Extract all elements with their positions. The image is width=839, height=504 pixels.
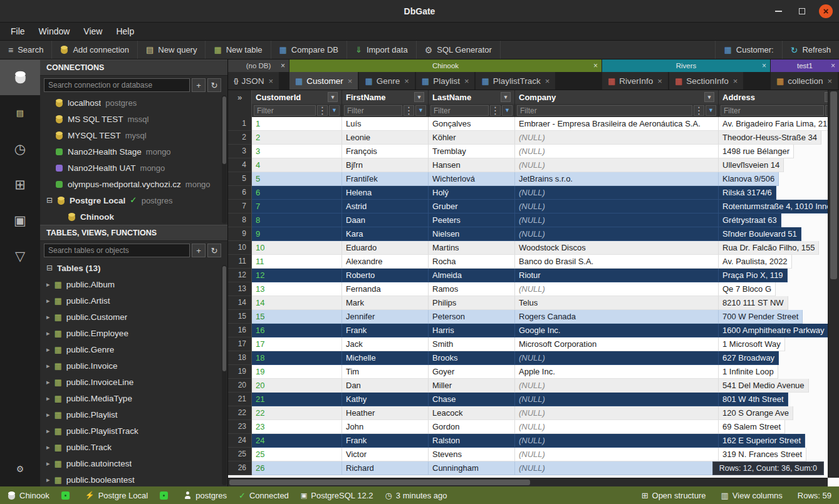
cell-customerid[interactable]: 26	[252, 461, 342, 475]
status-item[interactable]: ⚡ Postgre Local	[85, 491, 148, 500]
connection-item[interactable]: Nano2Health UAT mongo	[40, 160, 227, 176]
table-row[interactable]: 17 17 Jack Smith Microsoft Corporation 1…	[228, 337, 839, 351]
cell-company[interactable]: (NULL)	[515, 282, 719, 296]
status-item[interactable]: Chinook	[8, 491, 50, 500]
tab-close-icon[interactable]: ×	[269, 76, 274, 86]
cell-customerid[interactable]: 16	[252, 324, 342, 337]
chevron-right-icon[interactable]: ▸	[46, 476, 50, 483]
toolbar-button[interactable]: ▦ New table	[206, 41, 271, 59]
cell-firstname[interactable]: Mark	[342, 296, 429, 310]
row-number[interactable]: 1	[228, 117, 252, 131]
cell-company[interactable]: (NULL)	[515, 158, 719, 172]
tab[interactable]: ▦ Genre ×	[359, 72, 414, 90]
cell-customerid[interactable]: 14	[252, 296, 342, 310]
cell-lastname[interactable]: Cunningham	[429, 461, 515, 475]
table-row[interactable]: 14 14 Mark Philips Telus 8210 111 ST NW	[228, 296, 839, 310]
tables-search-input[interactable]	[44, 244, 190, 257]
rail-button[interactable]: ▽	[0, 238, 40, 274]
table-row[interactable]: 25 25 Victor Stevens (NULL) 319 N. Franc…	[228, 448, 839, 461]
cell-firstname[interactable]: Jennifer	[342, 310, 429, 324]
cell-firstname[interactable]: Heather	[342, 406, 429, 420]
cell-customerid[interactable]: 11	[252, 255, 342, 269]
filter-funnel-button[interactable]: ▼	[706, 105, 716, 116]
status-item[interactable]	[61, 491, 73, 500]
table-row[interactable]: 18 18 Michelle Brooks (NULL) 627 Broadwa…	[228, 351, 839, 365]
status-item[interactable]	[160, 491, 172, 500]
table-row[interactable]: 11 11 Alexandre Rocha Banco do Brasil S.…	[228, 255, 839, 269]
cell-address[interactable]: 541 Del Medio Avenue	[719, 379, 809, 393]
cell-firstname[interactable]: Frank	[342, 324, 429, 337]
cell-lastname[interactable]: Peeters	[429, 213, 515, 227]
table-row[interactable]: 13 13 Fernanda Ramos (NULL) Qe 7 Bloco G	[228, 282, 839, 296]
cell-firstname[interactable]: Bjľrn	[342, 158, 429, 172]
tab[interactable]: ▦ Playlist ×	[416, 72, 475, 90]
row-number[interactable]: 16	[228, 324, 252, 337]
row-number[interactable]: 10	[228, 241, 252, 255]
cell-address[interactable]: Rilská 3174/6	[719, 186, 776, 200]
cell-customerid[interactable]: 7	[252, 200, 342, 213]
column-dropdown-button[interactable]: ▾	[414, 92, 424, 102]
cell-firstname[interactable]: Michelle	[342, 351, 429, 365]
status-item[interactable]: ▥ View columns	[721, 491, 783, 500]
cell-firstname[interactable]: Luís	[342, 117, 429, 131]
tab[interactable]: ▦ RiverInfo ×	[602, 72, 668, 90]
cell-company[interactable]: Embraer - Empresa Brasileira de Aeronáut…	[515, 117, 719, 131]
connection-item[interactable]: MS SQL TEST mssql	[40, 111, 227, 127]
cell-firstname[interactable]: Frantiľek	[342, 172, 429, 186]
maximize-button[interactable]	[795, 4, 809, 18]
row-number[interactable]: 9	[228, 227, 252, 241]
table-row[interactable]: 6 6 Helena Holý (NULL) Rilská 3174/6	[228, 186, 839, 200]
cell-address[interactable]: 1498 rue Bélanger	[719, 145, 794, 158]
cell-company[interactable]: (NULL)	[515, 200, 719, 213]
column-header[interactable]: Address ▾	[719, 90, 839, 104]
cell-address[interactable]: 319 N. Frances Street	[719, 448, 806, 461]
cell-lastname[interactable]: Holý	[429, 186, 515, 200]
tab-group-close-icon[interactable]: ×	[831, 61, 835, 70]
chevron-right-icon[interactable]: ▸	[46, 444, 50, 451]
tab-group-close-icon[interactable]: ×	[762, 61, 766, 70]
cell-customerid[interactable]: 4	[252, 158, 342, 172]
toolbar-button[interactable]: ▤ New query	[138, 41, 206, 59]
row-number[interactable]: 4	[228, 158, 252, 172]
status-item[interactable]: Rows: 59	[798, 491, 831, 500]
table-row[interactable]: 16 16 Frank Harris Google Inc. 1600 Amph…	[228, 324, 839, 337]
cell-company[interactable]: (NULL)	[515, 420, 719, 434]
cell-customerid[interactable]: 15	[252, 310, 342, 324]
connection-item-active[interactable]: ⊟ Postgre Local ✓ postgres	[40, 192, 227, 208]
row-number[interactable]: 26	[228, 461, 252, 475]
cell-address[interactable]: Sľnder Boulevard 51	[719, 227, 801, 241]
cell-address[interactable]: Grétrystraat 63	[719, 213, 781, 227]
tab[interactable]: ▦ Customer ×	[289, 72, 358, 90]
rail-button[interactable]: ◷	[0, 131, 40, 167]
table-item[interactable]: ▸ ▦ public.InvoiceLine	[40, 374, 227, 390]
database-item[interactable]: Chinook	[40, 208, 227, 225]
cell-address[interactable]: 1 Microsoft Way	[719, 337, 785, 351]
status-item[interactable]: ◷ 3 minutes ago	[385, 491, 447, 500]
cell-customerid[interactable]: 25	[252, 448, 342, 461]
cell-customerid[interactable]: 1	[252, 117, 342, 131]
row-number[interactable]: 23	[228, 420, 252, 434]
filter-menu-button[interactable]: ⋮	[694, 105, 704, 116]
cell-firstname[interactable]: Fernanda	[342, 282, 429, 296]
filter-input[interactable]	[254, 105, 316, 116]
table-item[interactable]: ▸ ▦ public.Artist	[40, 292, 227, 309]
connection-item[interactable]: olympus-medportal.vychozi.cz mongo	[40, 176, 227, 192]
cell-lastname[interactable]: Chase	[429, 393, 515, 406]
rail-button[interactable]: ▤	[0, 95, 40, 131]
cell-lastname[interactable]: Brooks	[429, 351, 515, 365]
refresh-connections-button[interactable]: ↻	[207, 78, 221, 92]
column-dropdown-button[interactable]: ▾	[704, 92, 714, 102]
cell-firstname[interactable]: Kathy	[342, 393, 429, 406]
filter-menu-button[interactable]: ⋮	[404, 105, 414, 116]
filter-menu-button[interactable]: ⋮	[490, 105, 501, 116]
row-number[interactable]: 18	[228, 351, 252, 365]
connections-scrollbar[interactable]	[222, 95, 227, 224]
cell-company[interactable]: (NULL)	[515, 213, 719, 227]
cell-firstname[interactable]: Richard	[342, 461, 429, 475]
tab[interactable]: ▦ SectionInfo ×	[669, 72, 743, 90]
cell-address[interactable]: Qe 7 Bloco G	[719, 282, 776, 296]
table-row[interactable]: 10 10 Eduardo Martins Woodstock Discos R…	[228, 241, 839, 255]
menu-item[interactable]: Help	[109, 24, 141, 38]
table-row[interactable]: 12 12 Roberto Almeida Riotur Praça Pio X…	[228, 269, 839, 282]
table-item[interactable]: ▸ ▦ public.Album	[40, 276, 227, 292]
